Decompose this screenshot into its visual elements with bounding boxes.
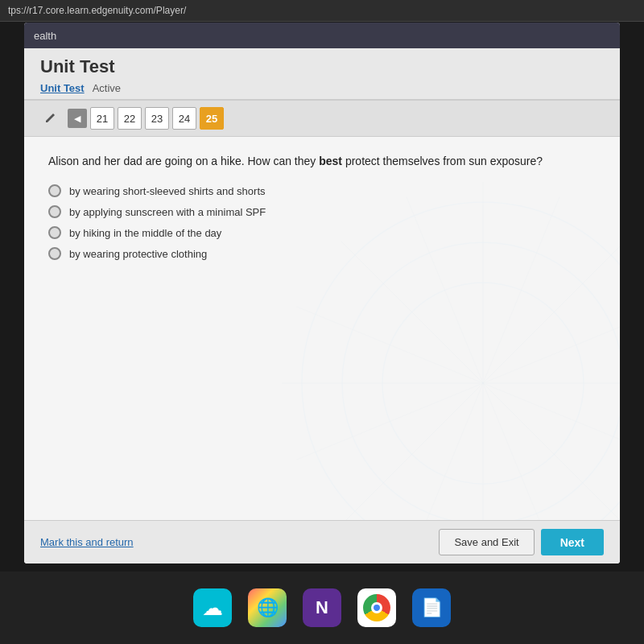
breadcrumb-row: Unit Test Active [40, 79, 604, 99]
question-text: Alison and her dad are going on a hike. … [48, 153, 596, 170]
page-title: Unit Test [40, 56, 604, 77]
save-exit-button[interactable]: Save and Exit [439, 529, 534, 555]
taskbar-icon-onenote[interactable]: N [303, 588, 341, 627]
question-num-23[interactable]: 23 [145, 107, 169, 130]
option-label-3: by hiking in the middle of the day [69, 227, 221, 239]
page-header: Unit Test Unit Test Active [24, 48, 620, 101]
radio-1[interactable] [48, 184, 61, 197]
taskbar-icon-teal[interactable]: ☁ [193, 588, 232, 627]
question-text-post: protect themselves from sun exposure? [342, 155, 543, 167]
question-body: Alison and her dad are going on a hike. … [24, 137, 620, 520]
taskbar-icon-docs[interactable]: 📄 [412, 588, 451, 627]
taskbar-icon-chrome[interactable] [357, 588, 396, 627]
edit-icon[interactable] [40, 109, 60, 128]
question-num-22[interactable]: 22 [118, 107, 142, 130]
option-2[interactable]: by applying sunscreen with a minimal SPF [48, 205, 596, 218]
option-label-2: by applying sunscreen with a minimal SPF [69, 206, 266, 218]
mark-return-link[interactable]: Mark this and return [40, 536, 134, 548]
radio-3[interactable] [48, 226, 61, 239]
option-label-4: by wearing protective clothing [69, 248, 207, 260]
footer-buttons: Save and Exit Next [439, 529, 604, 555]
question-text-bold: best [319, 155, 342, 167]
chrome-icon [363, 594, 390, 621]
question-num-24[interactable]: 24 [172, 107, 196, 130]
radio-2[interactable] [48, 205, 61, 218]
svg-line-8 [297, 307, 620, 460]
taskbar: ☁ 🌐 N 📄 [0, 572, 644, 644]
radio-4[interactable] [48, 247, 61, 260]
question-nav: ◀ 21 22 23 24 25 [24, 101, 620, 137]
chrome-center [371, 602, 382, 613]
svg-line-5 [341, 242, 620, 520]
content-area: Unit Test Unit Test Active ◀ 21 22 23 24… [24, 48, 620, 564]
option-1[interactable]: by wearing short-sleeved shirts and shor… [48, 184, 596, 197]
next-button[interactable]: Next [541, 529, 604, 555]
url-bar: tps://r17.core.learn.edgenuity.com/Playe… [8, 5, 186, 16]
question-text-pre: Alison and her dad are going on a hike. … [48, 155, 319, 167]
main-screen: ealth Unit Test Unit Test Active ◀ 21 22… [24, 23, 620, 564]
option-4[interactable]: by wearing protective clothing [48, 247, 596, 260]
footer: Mark this and return Save and Exit Next [24, 520, 620, 564]
svg-line-6 [341, 242, 620, 520]
options-list: by wearing short-sleeved shirts and shor… [48, 184, 596, 260]
question-num-21[interactable]: 21 [90, 107, 114, 130]
prev-arrow[interactable]: ◀ [68, 109, 87, 128]
taskbar-icon-rainbow[interactable]: 🌐 [248, 588, 287, 627]
nav-label: ealth [34, 30, 56, 42]
breadcrumb-link[interactable]: Unit Test [40, 82, 85, 94]
browser-bar: tps://r17.core.learn.edgenuity.com/Playe… [0, 0, 644, 22]
option-label-1: by wearing short-sleeved shirts and shor… [69, 185, 266, 197]
nav-bar: ealth [24, 23, 620, 48]
svg-point-1 [342, 242, 620, 520]
svg-line-10 [297, 307, 620, 460]
question-num-25[interactable]: 25 [200, 107, 224, 130]
svg-point-2 [382, 283, 584, 484]
option-3[interactable]: by hiking in the middle of the day [48, 226, 596, 239]
page-status: Active [93, 82, 121, 94]
